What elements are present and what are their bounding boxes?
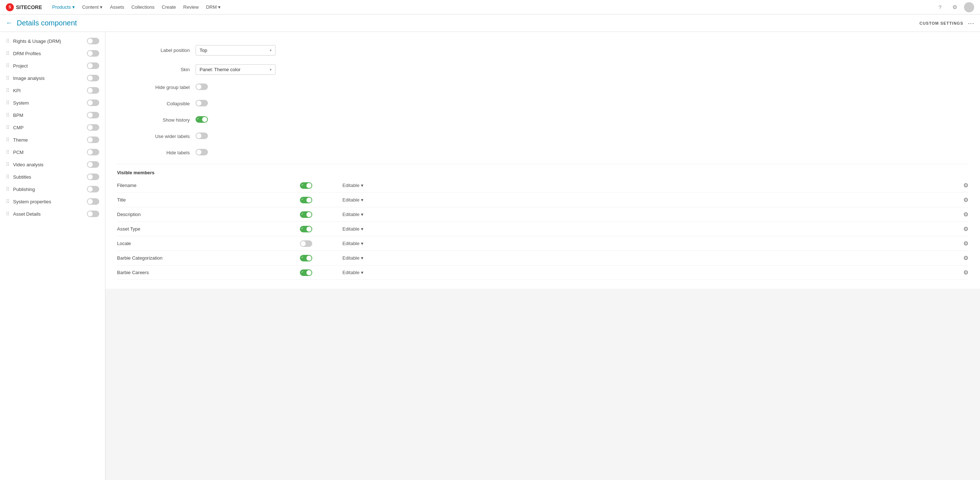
member-name: Title bbox=[117, 197, 270, 203]
drag-handle-icon: ⠿ bbox=[6, 63, 10, 69]
editable-arrow-icon: ▾ bbox=[361, 212, 363, 217]
sidebar-item-6[interactable]: ⠿ BPM bbox=[0, 109, 105, 121]
sidebar-item-3[interactable]: ⠿ Image analysis bbox=[0, 72, 105, 84]
sidebar-item-1[interactable]: ⠿ DRM Profiles bbox=[0, 47, 105, 60]
sidebar-item-5[interactable]: ⠿ System bbox=[0, 97, 105, 109]
member-editable-3[interactable]: Editable ▾ bbox=[342, 226, 415, 232]
collapsible-toggle[interactable] bbox=[196, 100, 208, 106]
check-icon: ✓ bbox=[301, 227, 304, 230]
sidebar-toggle-4[interactable] bbox=[87, 87, 99, 93]
member-gear-button-4[interactable]: ⚙ bbox=[963, 240, 968, 247]
sidebar-toggle-9[interactable] bbox=[87, 149, 99, 155]
sidebar-item-7[interactable]: ⠿ CMP bbox=[0, 121, 105, 134]
settings-button[interactable]: ⚙ bbox=[950, 2, 959, 12]
sidebar-toggle-2[interactable] bbox=[87, 62, 99, 69]
drm-arrow-icon: ▾ bbox=[218, 4, 221, 10]
drag-handle-icon: ⠿ bbox=[6, 100, 10, 106]
member-toggle-0: ✓ bbox=[270, 182, 342, 189]
editable-label: Editable bbox=[342, 226, 360, 232]
sidebar-item-12[interactable]: ⠿ Publishing bbox=[0, 183, 105, 195]
sidebar-toggle-6[interactable] bbox=[87, 112, 99, 118]
main-layout: ⠿ Rights & Usage (DRM) ⠿ DRM Profiles ⠿ … bbox=[0, 32, 980, 480]
sidebar-toggle-10[interactable] bbox=[87, 161, 99, 168]
skin-dropdown[interactable]: Panel: Theme color ▾ bbox=[196, 64, 275, 75]
logo-text: SITECORE bbox=[16, 4, 42, 10]
label-position-dropdown[interactable]: Top ▾ bbox=[196, 45, 275, 55]
member-row-0: Filename ✓ Editable ▾ ⚙ bbox=[117, 178, 968, 193]
nav-create[interactable]: Create bbox=[159, 0, 179, 14]
sidebar-item-13[interactable]: ⠿ System properties bbox=[0, 195, 105, 208]
sidebar-item-label: Theme bbox=[13, 137, 83, 143]
sidebar-toggle-7[interactable] bbox=[87, 124, 99, 131]
hide-labels-toggle[interactable] bbox=[196, 149, 208, 155]
member-visible-toggle-6[interactable]: ✓ bbox=[300, 269, 312, 276]
member-editable-4[interactable]: Editable ▾ bbox=[342, 241, 415, 246]
sidebar-item-14[interactable]: ⠿ Asset Details bbox=[0, 208, 105, 220]
use-wider-labels-row: Use wider labels bbox=[117, 128, 968, 144]
hide-group-label-toggle[interactable] bbox=[196, 84, 208, 90]
sidebar-item-4[interactable]: ⠿ KPI bbox=[0, 84, 105, 97]
drag-handle-icon: ⠿ bbox=[6, 149, 10, 155]
drag-handle-icon: ⠿ bbox=[6, 125, 10, 130]
user-avatar[interactable] bbox=[964, 2, 974, 12]
sidebar-item-label: PCM bbox=[13, 150, 83, 155]
back-button[interactable]: ← bbox=[6, 19, 12, 27]
sidebar-item-label: Video analysis bbox=[13, 162, 83, 167]
sidebar-toggle-5[interactable] bbox=[87, 100, 99, 106]
sidebar-item-11[interactable]: ⠿ Subtitles bbox=[0, 171, 105, 183]
skin-arrow-icon: ▾ bbox=[270, 68, 272, 71]
sidebar-item-label: System bbox=[13, 100, 83, 106]
member-row-4: Locale Editable ▾ ⚙ bbox=[117, 236, 968, 251]
drag-handle-icon: ⠿ bbox=[6, 137, 10, 143]
drag-handle-icon: ⠿ bbox=[6, 51, 10, 56]
use-wider-labels-control bbox=[196, 133, 968, 140]
nav-drm[interactable]: DRM ▾ bbox=[203, 0, 224, 14]
editable-label: Editable bbox=[342, 270, 360, 275]
member-gear-button-3[interactable]: ⚙ bbox=[963, 225, 968, 232]
sidebar-item-9[interactable]: ⠿ PCM bbox=[0, 146, 105, 158]
member-visible-toggle-1[interactable]: ✓ bbox=[300, 197, 312, 203]
nav-assets[interactable]: Assets bbox=[107, 0, 127, 14]
sidebar-item-label: Subtitles bbox=[13, 174, 83, 180]
drag-handle-icon: ⠿ bbox=[6, 162, 10, 167]
sidebar-toggle-3[interactable] bbox=[87, 75, 99, 81]
editable-arrow-icon: ▾ bbox=[361, 241, 363, 246]
collapsible-row: Collapsible bbox=[117, 95, 968, 112]
nav-content[interactable]: Content ▾ bbox=[79, 0, 106, 14]
sidebar-toggle-8[interactable] bbox=[87, 136, 99, 143]
member-editable-2[interactable]: Editable ▾ bbox=[342, 212, 415, 217]
member-visible-toggle-3[interactable]: ✓ bbox=[300, 226, 312, 232]
member-gear-button-1[interactable]: ⚙ bbox=[963, 196, 968, 203]
member-editable-0[interactable]: Editable ▾ bbox=[342, 183, 415, 188]
sidebar-toggle-13[interactable] bbox=[87, 198, 99, 205]
member-editable-1[interactable]: Editable ▾ bbox=[342, 197, 415, 203]
sidebar-item-10[interactable]: ⠿ Video analysis bbox=[0, 158, 105, 171]
nav-collections[interactable]: Collections bbox=[128, 0, 158, 14]
sidebar-item-0[interactable]: ⠿ Rights & Usage (DRM) bbox=[0, 35, 105, 47]
member-visible-toggle-0[interactable]: ✓ bbox=[300, 182, 312, 189]
more-button[interactable]: ⋯ bbox=[968, 19, 974, 27]
sidebar-toggle-11[interactable] bbox=[87, 174, 99, 180]
sidebar-toggle-1[interactable] bbox=[87, 50, 99, 57]
member-editable-6[interactable]: Editable ▾ bbox=[342, 270, 415, 275]
show-history-toggle[interactable]: ✓ bbox=[196, 116, 208, 123]
nav-products[interactable]: Products ▾ bbox=[49, 0, 78, 14]
sidebar-toggle-14[interactable] bbox=[87, 211, 99, 217]
member-gear-button-5[interactable]: ⚙ bbox=[963, 255, 968, 261]
help-button[interactable]: ? bbox=[935, 2, 945, 12]
member-editable-5[interactable]: Editable ▾ bbox=[342, 255, 415, 261]
sidebar-toggle-0[interactable] bbox=[87, 38, 99, 44]
member-visible-toggle-5[interactable]: ✓ bbox=[300, 255, 312, 261]
sidebar-item-2[interactable]: ⠿ Project bbox=[0, 60, 105, 72]
sidebar-item-label: DRM Profiles bbox=[13, 51, 83, 56]
sidebar-toggle-12[interactable] bbox=[87, 186, 99, 192]
sidebar-item-8[interactable]: ⠿ Theme bbox=[0, 134, 105, 146]
member-visible-toggle-4[interactable] bbox=[300, 240, 312, 247]
logo[interactable]: S SITECORE bbox=[6, 3, 42, 11]
member-gear-button-6[interactable]: ⚙ bbox=[963, 269, 968, 276]
member-gear-button-0[interactable]: ⚙ bbox=[963, 182, 968, 189]
member-gear-button-2[interactable]: ⚙ bbox=[963, 211, 968, 218]
member-visible-toggle-2[interactable]: ✓ bbox=[300, 211, 312, 218]
use-wider-labels-toggle[interactable] bbox=[196, 133, 208, 139]
nav-review[interactable]: Review bbox=[180, 0, 202, 14]
